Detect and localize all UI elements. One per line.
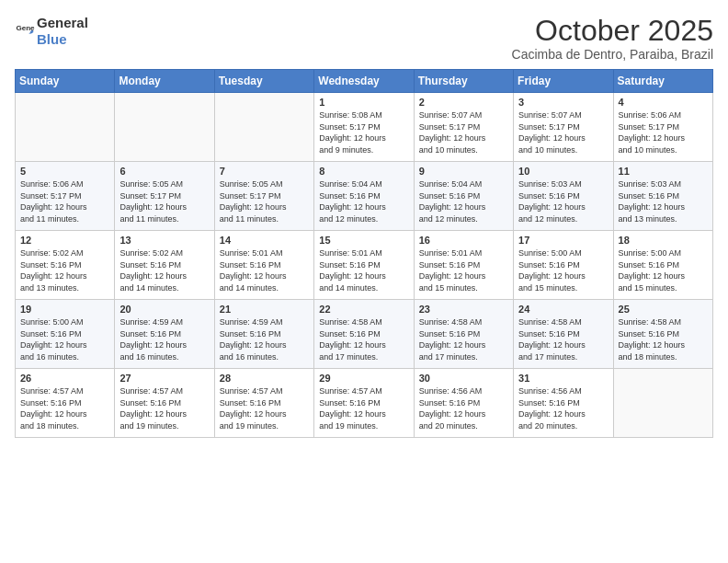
weekday-header: Wednesday xyxy=(314,70,414,93)
day-number: 3 xyxy=(518,97,608,108)
day-number: 21 xyxy=(220,304,309,315)
logo: General General Blue xyxy=(15,15,88,47)
calendar-cell: 25Sunrise: 4:58 AM Sunset: 5:16 PM Dayli… xyxy=(613,300,712,369)
calendar-cell: 29Sunrise: 4:57 AM Sunset: 5:16 PM Dayli… xyxy=(314,369,414,438)
day-info: Sunrise: 4:57 AM Sunset: 5:16 PM Dayligh… xyxy=(220,385,309,431)
calendar-cell: 26Sunrise: 4:57 AM Sunset: 5:16 PM Dayli… xyxy=(16,369,115,438)
day-info: Sunrise: 4:56 AM Sunset: 5:16 PM Dayligh… xyxy=(518,385,608,431)
title-block: October 2025 Cacimba de Dentro, Paraiba,… xyxy=(512,15,713,62)
day-number: 10 xyxy=(518,166,608,177)
day-number: 1 xyxy=(319,97,408,108)
calendar-week-row: 5Sunrise: 5:06 AM Sunset: 5:17 PM Daylig… xyxy=(16,162,713,231)
day-info: Sunrise: 4:57 AM Sunset: 5:16 PM Dayligh… xyxy=(119,385,209,431)
day-info: Sunrise: 5:07 AM Sunset: 5:17 PM Dayligh… xyxy=(518,109,608,155)
calendar-cell: 23Sunrise: 4:58 AM Sunset: 5:16 PM Dayli… xyxy=(414,300,513,369)
weekday-header: Saturday xyxy=(613,70,712,93)
calendar-cell: 20Sunrise: 4:59 AM Sunset: 5:16 PM Dayli… xyxy=(115,300,214,369)
calendar-cell xyxy=(16,93,115,162)
day-number: 5 xyxy=(20,166,109,177)
day-info: Sunrise: 4:57 AM Sunset: 5:16 PM Dayligh… xyxy=(319,385,408,431)
calendar-cell: 9Sunrise: 5:04 AM Sunset: 5:16 PM Daylig… xyxy=(414,162,513,231)
day-number: 20 xyxy=(119,304,209,315)
day-number: 9 xyxy=(419,166,508,177)
day-number: 4 xyxy=(619,97,708,108)
weekday-header: Friday xyxy=(514,70,613,93)
calendar-cell: 22Sunrise: 4:58 AM Sunset: 5:16 PM Dayli… xyxy=(314,300,414,369)
location-title: Cacimba de Dentro, Paraiba, Brazil xyxy=(512,47,713,62)
day-info: Sunrise: 5:04 AM Sunset: 5:16 PM Dayligh… xyxy=(419,178,508,224)
calendar-week-row: 19Sunrise: 5:00 AM Sunset: 5:16 PM Dayli… xyxy=(16,300,713,369)
logo-text-general: General xyxy=(37,15,88,30)
calendar-cell: 30Sunrise: 4:56 AM Sunset: 5:16 PM Dayli… xyxy=(414,369,513,438)
day-number: 6 xyxy=(119,166,209,177)
calendar-cell: 11Sunrise: 5:03 AM Sunset: 5:16 PM Dayli… xyxy=(613,162,712,231)
calendar-cell: 13Sunrise: 5:02 AM Sunset: 5:16 PM Dayli… xyxy=(115,231,214,300)
day-number: 30 xyxy=(419,373,508,384)
calendar-week-row: 1Sunrise: 5:08 AM Sunset: 5:17 PM Daylig… xyxy=(16,93,713,162)
calendar-week-row: 26Sunrise: 4:57 AM Sunset: 5:16 PM Dayli… xyxy=(16,369,713,438)
day-number: 29 xyxy=(319,373,408,384)
day-info: Sunrise: 4:58 AM Sunset: 5:16 PM Dayligh… xyxy=(419,316,508,362)
calendar-cell: 12Sunrise: 5:02 AM Sunset: 5:16 PM Dayli… xyxy=(16,231,115,300)
calendar-cell: 18Sunrise: 5:00 AM Sunset: 5:16 PM Dayli… xyxy=(613,231,712,300)
calendar-cell: 10Sunrise: 5:03 AM Sunset: 5:16 PM Dayli… xyxy=(514,162,613,231)
calendar-cell: 4Sunrise: 5:06 AM Sunset: 5:17 PM Daylig… xyxy=(613,93,712,162)
calendar-cell: 1Sunrise: 5:08 AM Sunset: 5:17 PM Daylig… xyxy=(314,93,414,162)
calendar-cell: 3Sunrise: 5:07 AM Sunset: 5:17 PM Daylig… xyxy=(514,93,613,162)
logo-text-blue: Blue xyxy=(37,31,67,47)
day-info: Sunrise: 5:05 AM Sunset: 5:17 PM Dayligh… xyxy=(119,178,209,224)
calendar-cell xyxy=(115,93,214,162)
day-number: 19 xyxy=(20,304,109,315)
day-info: Sunrise: 5:03 AM Sunset: 5:16 PM Dayligh… xyxy=(518,178,608,224)
calendar-cell: 8Sunrise: 5:04 AM Sunset: 5:16 PM Daylig… xyxy=(314,162,414,231)
calendar-cell: 27Sunrise: 4:57 AM Sunset: 5:16 PM Dayli… xyxy=(115,369,214,438)
day-info: Sunrise: 4:58 AM Sunset: 5:16 PM Dayligh… xyxy=(319,316,408,362)
day-number: 26 xyxy=(20,373,109,384)
day-number: 2 xyxy=(419,97,508,108)
day-info: Sunrise: 5:00 AM Sunset: 5:16 PM Dayligh… xyxy=(20,316,109,362)
day-number: 16 xyxy=(419,235,508,246)
calendar-cell xyxy=(613,369,712,438)
day-info: Sunrise: 5:06 AM Sunset: 5:17 PM Dayligh… xyxy=(20,178,109,224)
calendar-table: SundayMondayTuesdayWednesdayThursdayFrid… xyxy=(15,69,713,438)
calendar-cell: 6Sunrise: 5:05 AM Sunset: 5:17 PM Daylig… xyxy=(115,162,214,231)
calendar-cell: 7Sunrise: 5:05 AM Sunset: 5:17 PM Daylig… xyxy=(214,162,313,231)
day-info: Sunrise: 5:02 AM Sunset: 5:16 PM Dayligh… xyxy=(119,247,209,293)
calendar-cell: 24Sunrise: 4:58 AM Sunset: 5:16 PM Dayli… xyxy=(514,300,613,369)
day-number: 25 xyxy=(619,304,708,315)
day-number: 22 xyxy=(319,304,408,315)
calendar-cell: 16Sunrise: 5:01 AM Sunset: 5:16 PM Dayli… xyxy=(414,231,513,300)
day-number: 13 xyxy=(119,235,209,246)
day-number: 28 xyxy=(220,373,309,384)
calendar-cell: 15Sunrise: 5:01 AM Sunset: 5:16 PM Dayli… xyxy=(314,231,414,300)
day-number: 24 xyxy=(518,304,608,315)
day-info: Sunrise: 4:58 AM Sunset: 5:16 PM Dayligh… xyxy=(518,316,608,362)
calendar-cell: 14Sunrise: 5:01 AM Sunset: 5:16 PM Dayli… xyxy=(214,231,313,300)
calendar-cell: 19Sunrise: 5:00 AM Sunset: 5:16 PM Dayli… xyxy=(16,300,115,369)
day-number: 8 xyxy=(319,166,408,177)
calendar-cell: 21Sunrise: 4:59 AM Sunset: 5:16 PM Dayli… xyxy=(214,300,313,369)
day-number: 11 xyxy=(619,166,708,177)
day-info: Sunrise: 5:02 AM Sunset: 5:16 PM Dayligh… xyxy=(20,247,109,293)
day-number: 12 xyxy=(20,235,109,246)
day-number: 31 xyxy=(518,373,608,384)
day-info: Sunrise: 5:04 AM Sunset: 5:16 PM Dayligh… xyxy=(319,178,408,224)
calendar-week-row: 12Sunrise: 5:02 AM Sunset: 5:16 PM Dayli… xyxy=(16,231,713,300)
day-number: 15 xyxy=(319,235,408,246)
day-info: Sunrise: 5:08 AM Sunset: 5:17 PM Dayligh… xyxy=(319,109,408,155)
day-number: 14 xyxy=(220,235,309,246)
day-info: Sunrise: 4:58 AM Sunset: 5:16 PM Dayligh… xyxy=(619,316,708,362)
day-info: Sunrise: 5:01 AM Sunset: 5:16 PM Dayligh… xyxy=(319,247,408,293)
day-info: Sunrise: 5:00 AM Sunset: 5:16 PM Dayligh… xyxy=(518,247,608,293)
day-number: 23 xyxy=(419,304,508,315)
weekday-header: Sunday xyxy=(16,70,115,93)
day-number: 17 xyxy=(518,235,608,246)
day-info: Sunrise: 5:06 AM Sunset: 5:17 PM Dayligh… xyxy=(619,109,708,155)
calendar-cell: 17Sunrise: 5:00 AM Sunset: 5:16 PM Dayli… xyxy=(514,231,613,300)
day-info: Sunrise: 5:00 AM Sunset: 5:16 PM Dayligh… xyxy=(619,247,708,293)
day-number: 27 xyxy=(119,373,209,384)
day-info: Sunrise: 5:01 AM Sunset: 5:16 PM Dayligh… xyxy=(419,247,508,293)
day-info: Sunrise: 4:59 AM Sunset: 5:16 PM Dayligh… xyxy=(220,316,309,362)
day-info: Sunrise: 5:05 AM Sunset: 5:17 PM Dayligh… xyxy=(220,178,309,224)
calendar-cell: 28Sunrise: 4:57 AM Sunset: 5:16 PM Dayli… xyxy=(214,369,313,438)
